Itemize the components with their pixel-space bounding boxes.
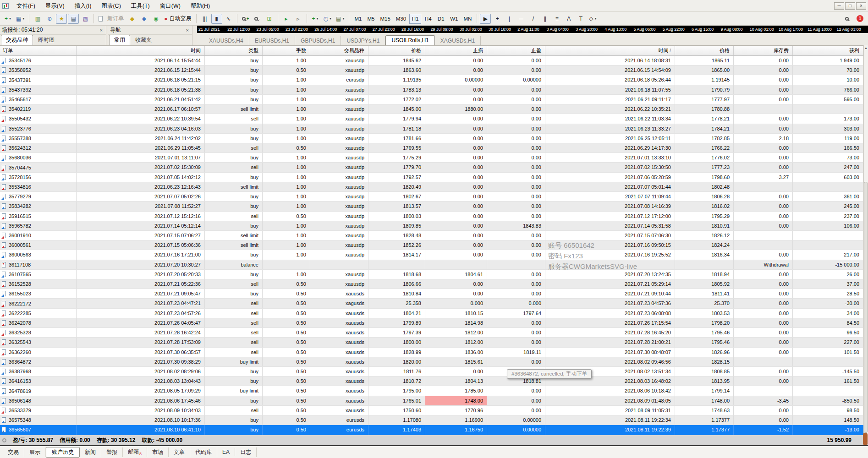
chart-tab[interactable]: USOILRolls,H1 — [385, 35, 434, 45]
menu-item[interactable]: 工具(T) — [126, 0, 155, 11]
terminal-tab-邮箱[interactable]: 邮箱8 — [123, 447, 147, 457]
table-row[interactable]: 359657822021.07.14 05:12:14buy1.00xauusd… — [0, 221, 863, 231]
navigator-tab[interactable]: 收藏夹 — [130, 35, 157, 45]
table-row[interactable]: 355237762021.06.23 04:16:03buy1.00xauusd… — [0, 124, 863, 134]
table-row[interactable]: 361075652021.07.20 05:20:33buy1.00xauusd… — [0, 270, 863, 279]
terminal-tab-展示[interactable]: 展示 — [24, 447, 46, 457]
table-row[interactable]: 363253282021.07.28 16:42:24sell0.50xauus… — [0, 328, 863, 338]
cursor-button[interactable]: ▶ — [480, 14, 491, 24]
alerts-button[interactable]: ◉ — [150, 14, 161, 24]
menu-item[interactable]: 显示(V) — [40, 0, 70, 11]
terminal-tab-警报[interactable]: 警报 — [101, 447, 123, 457]
table-row[interactable]: 365061482021.08.06 17:45:46buy0.50xauusd… — [0, 396, 863, 406]
terminal-tab-文章[interactable]: 文章 — [169, 447, 190, 457]
table-row[interactable]: 360005632021.07.16 17:21:00buy1.00xauusd… — [0, 250, 863, 260]
chart-shift-button[interactable]: ▹ — [293, 14, 304, 24]
table-row[interactable]: 354656172021.06.21 04:51:42buy1.00xauusd… — [0, 95, 863, 104]
timeframe-mn[interactable]: MN — [461, 14, 474, 24]
table-row[interactable]: 363879682021.08.02 08:29:06buy0.50xauusd… — [0, 367, 863, 376]
arrow-objects-button[interactable]: ◇▾ — [587, 14, 598, 24]
table-row[interactable]: 358342822021.07.08 11:52:27buy1.00xauusd… — [0, 202, 863, 211]
column-header-sl[interactable]: 止损 — [425, 46, 487, 55]
community-button[interactable]: ☻ — [138, 14, 149, 24]
minimize-button[interactable]: ─ — [834, 2, 844, 10]
trendline-button[interactable]: / — [527, 14, 538, 24]
terminal-tab-账户历史[interactable]: 账户历史 — [46, 447, 80, 458]
timeframe-m1[interactable]: M1 — [352, 14, 364, 24]
table-row[interactable]: 360019102021.07.15 07:06:27sell limit1.0… — [0, 231, 863, 240]
table-row[interactable]: 357792792021.07.07 05:02:26buy1.00xauusd… — [0, 192, 863, 202]
terminal-tab-EA[interactable]: EA — [217, 448, 235, 456]
menu-item[interactable]: 插入(I) — [70, 0, 97, 11]
timeframe-m15[interactable]: M15 — [378, 14, 392, 24]
table-row[interactable]: 360005612021.07.15 05:06:36sell limit1.0… — [0, 240, 863, 250]
table-row[interactable]: 361550232021.07.21 09:05:47buy0.50xauusd… — [0, 289, 863, 299]
table-row[interactable]: 356800362021.07.01 13:11:07buy1.00xauusd… — [0, 153, 863, 163]
chart-tab[interactable]: USDJPYs,H1 — [341, 36, 385, 45]
maximize-button[interactable]: □ — [845, 2, 855, 10]
timeframe-m30[interactable]: M30 — [394, 14, 408, 24]
column-header-symbol[interactable]: 交易品种 — [310, 46, 368, 55]
candlestick-chart-button[interactable]: ▮ — [211, 14, 222, 24]
table-row[interactable]: 362221722021.07.23 04:47:21sell0.50xagus… — [0, 299, 863, 308]
menu-item[interactable]: 帮助(H) — [186, 0, 215, 11]
terminal-toggle-button[interactable]: ▤ — [68, 14, 79, 24]
chart-tab[interactable]: GBPUSDs,H1 — [295, 36, 341, 45]
table-row[interactable]: 363255432021.07.28 17:53:09sell0.50xauus… — [0, 338, 863, 347]
table-row[interactable]: 363648722021.07.30 09:38:29buy limit0.50… — [0, 357, 863, 367]
indicators-button[interactable]: +▾ — [310, 14, 321, 24]
zoom-out-button[interactable]: - — [252, 14, 263, 24]
table-row[interactable]: 354021192021.06.17 06:10:57sell limit1.0… — [0, 104, 863, 114]
auto-scroll-button[interactable]: ▸ — [281, 14, 292, 24]
table-row[interactable]: 362222852021.07.23 04:57:26sell0.50xauus… — [0, 309, 863, 318]
search-button[interactable] — [841, 14, 852, 24]
table-row[interactable]: 357281562021.07.05 14:02:12buy1.00xauusd… — [0, 173, 863, 182]
menu-item[interactable]: 文件(F) — [11, 0, 40, 11]
market-watch-tab[interactable]: 即时图 — [33, 35, 60, 45]
crosshair-button[interactable]: + — [492, 14, 503, 24]
table-row[interactable]: 353451762021.06.14 15:54:44buy1.00xauusd… — [0, 56, 863, 65]
table-row[interactable]: 361525282021.07.21 05:22:36sell0.50xauus… — [0, 279, 863, 289]
tile-windows-button[interactable]: ⊞ — [264, 14, 275, 24]
table-row[interactable]: 363622602021.07.30 06:35:57sell0.50xauus… — [0, 348, 863, 357]
menu-item[interactable]: 图表(C) — [96, 0, 126, 11]
navigator-close-icon[interactable]: × — [185, 27, 190, 33]
table-row[interactable]: 364786192021.08.05 17:09:29buy limit0.50… — [0, 386, 863, 396]
market-watch-toggle-button[interactable]: ▥ — [32, 14, 43, 24]
table-row[interactable]: 361171082021.07.20 10:30:27balanceWithdr… — [0, 260, 863, 270]
table-row[interactable]: 365656072021.08.10 06:41:10buy0.50eurusd… — [0, 425, 863, 435]
terminal-tab-市场[interactable]: 市场 — [147, 447, 169, 457]
column-header-lots[interactable]: 手数 — [263, 46, 310, 55]
table-row[interactable]: 359165152021.07.12 15:12:16sell0.50xauus… — [0, 212, 863, 221]
column-header-cprice[interactable]: 价格 — [675, 46, 734, 55]
terminal-tab-日志[interactable]: 日志 — [235, 447, 257, 457]
chart-tab[interactable]: XAUUSDs,H4 — [203, 36, 249, 45]
table-row[interactable]: 362420782021.07.26 04:05:47sell0.50xauus… — [0, 318, 863, 328]
column-header-id[interactable]: 订单 — [0, 46, 77, 55]
fibonacci-button[interactable]: ≡ — [551, 14, 562, 24]
new-chart-button[interactable]: +▾ — [2, 14, 13, 24]
table-row[interactable]: 364161532021.08.03 13:04:43buy0.50xauusd… — [0, 376, 863, 386]
terminal-tab-新闻[interactable]: 新闻 — [80, 447, 101, 457]
navigator-tab[interactable]: 常用 — [109, 35, 130, 45]
navigator-toggle-button[interactable]: ★ — [56, 14, 67, 24]
metaeditor-button[interactable]: ◆ — [126, 14, 137, 24]
table-row[interactable]: 355573882021.06.24 11:42:02buy1.00xauusd… — [0, 134, 863, 143]
menu-item[interactable]: 窗口(W) — [155, 0, 186, 11]
table-row[interactable]: 365333792021.08.09 10:34:03sell0.50xauus… — [0, 406, 863, 415]
profiles-button[interactable]: ▦▾ — [14, 14, 26, 24]
table-row[interactable]: 354373922021.06.18 05:21:38buy1.00xauusd… — [0, 85, 863, 95]
strategy-tester-toggle-button[interactable]: ▧ — [80, 14, 91, 24]
timeframe-d1[interactable]: D1 — [435, 14, 447, 24]
table-row[interactable]: 365753482021.08.10 10:17:36buy0.50eurusd… — [0, 415, 863, 425]
vertical-line-button[interactable]: | — [504, 14, 515, 24]
table-row[interactable]: 356243122021.06.29 11:05:45sell0.50xauus… — [0, 143, 863, 153]
close-button[interactable]: × — [856, 2, 866, 10]
bar-chart-button[interactable]: ||| — [199, 14, 210, 24]
zoom-in-button[interactable]: + — [240, 14, 251, 24]
chart-tab[interactable]: EURUSDs,H1 — [249, 36, 295, 45]
scroll-grip[interactable] — [863, 433, 868, 445]
timeframe-h4[interactable]: H4 — [422, 14, 434, 24]
column-header-type[interactable]: 类型 — [205, 46, 263, 55]
text-button[interactable]: A — [563, 14, 574, 24]
